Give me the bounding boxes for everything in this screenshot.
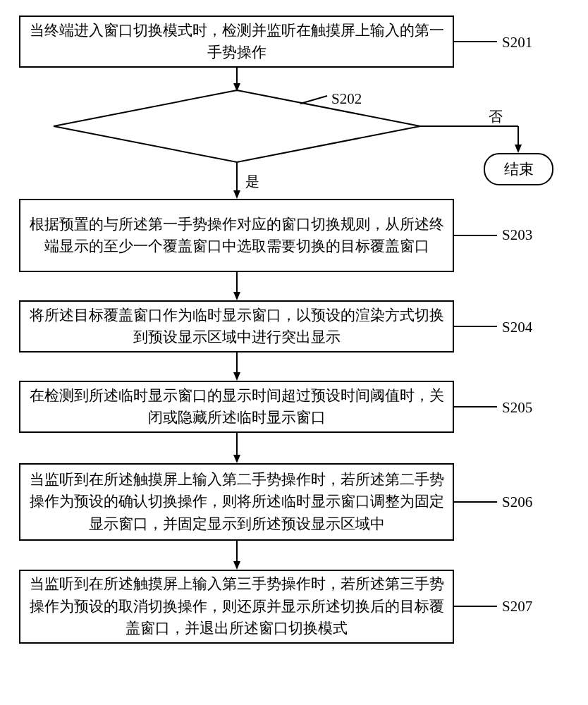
- step-s204: 将所述目标覆盖窗口作为临时显示窗口，以预设的渲染方式切换到预设显示区域中进行突出…: [19, 300, 454, 352]
- step-s201: 当终端进入窗口切换模式时，检测并监听在触摸屏上输入的第一手势操作: [19, 16, 454, 68]
- step-s207-text: 当监听到在所述触摸屏上输入第三手势操作时，若所述第三手势操作为预设的取消切换操作…: [27, 573, 446, 640]
- label-s207: S207: [502, 598, 532, 615]
- label-s205: S205: [502, 399, 532, 417]
- step-s206-text: 当监听到在所述触摸屏上输入第二手势操作时，若所述第二手势操作为预设的确认切换操作…: [27, 469, 446, 536]
- step-s206: 当监听到在所述触摸屏上输入第二手势操作时，若所述第二手势操作为预设的确认切换操作…: [19, 463, 454, 541]
- label-s204: S204: [502, 319, 532, 336]
- label-s201: S201: [502, 34, 532, 51]
- step-s203: 根据预置的与所述第一手势操作对应的窗口切换规则，从所述终端显示的至少一个覆盖窗口…: [19, 199, 454, 272]
- step-s207: 当监听到在所述触摸屏上输入第三手势操作时，若所述第三手势操作为预设的取消切换操作…: [19, 570, 454, 644]
- label-s206: S206: [502, 494, 532, 511]
- svg-line-3: [300, 96, 327, 104]
- terminator-end: 结束: [484, 153, 553, 185]
- step-s202-text: 判断所述第一手势操作是否为 预设的切换手势操作: [109, 107, 370, 152]
- step-s203-text: 根据预置的与所述第一手势操作对应的窗口切换规则，从所述终端显示的至少一个覆盖窗口…: [27, 214, 446, 258]
- step-s205: 在检测到所述临时显示窗口的显示时间超过预设时间阈值时，关闭或隐藏所述临时显示窗口: [19, 381, 454, 433]
- edge-yes: 是: [245, 172, 259, 191]
- edge-no: 否: [489, 107, 503, 126]
- label-s202: S202: [331, 90, 362, 108]
- step-s204-text: 将所述目标覆盖窗口作为临时显示窗口，以预设的渲染方式切换到预设显示区域中进行突出…: [27, 305, 446, 349]
- label-s203: S203: [502, 226, 532, 244]
- step-s205-text: 在检测到所述临时显示窗口的显示时间超过预设时间阈值时，关闭或隐藏所述临时显示窗口: [27, 385, 446, 429]
- step-s201-text: 当终端进入窗口切换模式时，检测并监听在触摸屏上输入的第一手势操作: [27, 20, 446, 64]
- terminator-end-text: 结束: [504, 159, 534, 179]
